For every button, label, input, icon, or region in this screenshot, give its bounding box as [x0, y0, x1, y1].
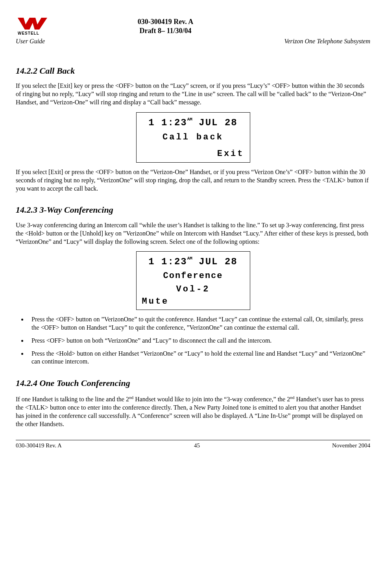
lcd-line-mute: Mute — [142, 296, 244, 308]
product-name: Verizon One Telephone Subsystem — [284, 37, 371, 46]
footer-right: November 2004 — [332, 442, 370, 450]
doc-title-block: 030-300419 Rev. A Draft 8– 11/30/04 — [63, 17, 268, 36]
lcd-time-date: JUL 28 — [192, 117, 238, 128]
draft-line: Draft 8– 11/30/04 — [63, 26, 268, 35]
doc-id: 030-300419 Rev. A — [63, 17, 268, 26]
lcd2-time-date: JUL 28 — [192, 256, 238, 267]
lcd-line-exit: Exit — [142, 148, 244, 160]
footer-left: 030-300419 Rev. A — [16, 442, 62, 450]
logo-block: WESTELL — [16, 16, 63, 35]
page-header: WESTELL 030-300419 Rev. A Draft 8– 11/30… — [16, 16, 370, 36]
bullet-list-3way: Press the <OFF> button on ”VerizonOne” t… — [28, 315, 370, 366]
onetouch-mid: Handset would like to join into the “3-w… — [133, 396, 290, 403]
lcd-line-vol: Vol-2 — [142, 284, 244, 295]
lcd-conference: 1 1:23AM JUL 28 Conference Vol-2 Mute — [136, 251, 250, 310]
para-call-back-1: If you select the [Exit] key or press th… — [16, 82, 370, 106]
heading-onetouch: 14.2.4 One Touch Conferencing — [16, 378, 370, 389]
lcd-call-back: 1 1:23AM JUL 28 Call back Exit — [136, 112, 250, 163]
list-item: Press <OFF> button on both “VerizonOne” … — [28, 337, 370, 345]
heading-3way: 14.2.3 3-Way Conferencing — [16, 204, 370, 216]
heading-call-back: 14.2.2 Call Back — [16, 65, 370, 77]
lcd-clock-2: 1 1:23AM JUL 28 — [142, 256, 244, 268]
list-item: Press the <Hold> button on either Handse… — [28, 350, 370, 366]
list-item: Press the <OFF> button on ”VerizonOne” t… — [28, 315, 370, 332]
user-guide-label: User Guide — [16, 37, 45, 46]
lcd-line-call-back: Call back — [142, 132, 244, 143]
svg-text:WESTELL: WESTELL — [18, 31, 39, 35]
lcd-clock: 1 1:23AM JUL 28 — [142, 117, 244, 129]
onetouch-pre: If one Handset is talking to the line an… — [16, 396, 129, 403]
lcd2-time-ampm: AM — [187, 256, 192, 261]
lcd-time-ampm: AM — [187, 117, 192, 122]
para-3way-1: Use 3-way conferencing during an Interco… — [16, 221, 370, 246]
para-call-back-2: If you select [Exit] or press the <OFF> … — [16, 168, 370, 193]
page-footer: 030-300419 Rev. A 45 November 2004 — [16, 440, 370, 450]
footer-page-number: 45 — [194, 442, 200, 450]
westell-logo: WESTELL — [16, 16, 51, 35]
lcd2-time-hm: 1 1:23 — [148, 256, 187, 267]
lcd-conference-wrapper: 1 1:23AM JUL 28 Conference Vol-2 Mute — [16, 251, 370, 310]
para-onetouch: If one Handset is talking to the line an… — [16, 395, 370, 428]
onetouch-sup2: nd — [290, 395, 294, 400]
subheader: User Guide Verizon One Telephone Subsyst… — [16, 37, 370, 46]
lcd-time-hm: 1 1:23 — [148, 117, 187, 128]
onetouch-sup1: nd — [129, 395, 133, 400]
lcd-call-back-wrapper: 1 1:23AM JUL 28 Call back Exit — [16, 112, 370, 163]
lcd-line-conference: Conference — [142, 271, 244, 282]
